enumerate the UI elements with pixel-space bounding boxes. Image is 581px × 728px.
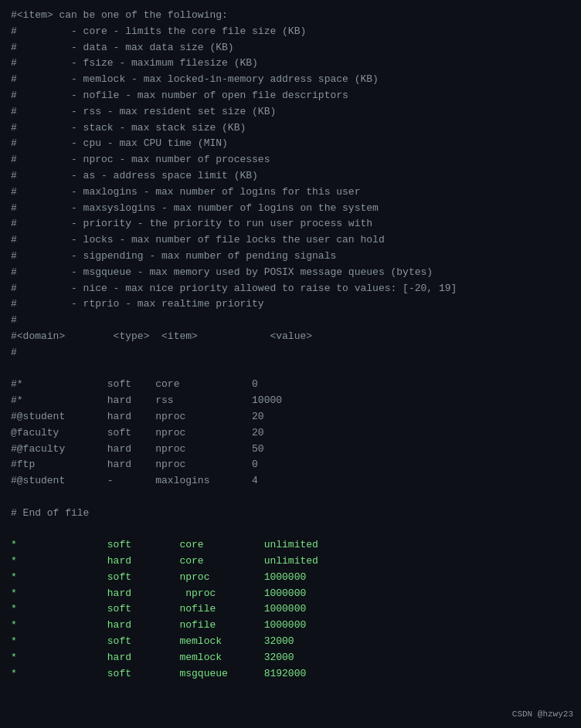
- active-row: * hard memlock 32000: [11, 652, 294, 663]
- commented-row: @faculty soft nproc 20: [11, 427, 264, 438]
- end-of-file: # End of file: [11, 507, 89, 519]
- active-row: * soft nofile 1000000: [11, 603, 306, 615]
- commented-row: #@faculty hard nproc 50: [11, 443, 264, 455]
- comment-line: # - as - address space limit (KB): [11, 170, 258, 181]
- comment-line: #<item> can be one of the following:: [11, 9, 228, 21]
- commented-row: #ftp hard nproc 0: [11, 459, 258, 470]
- comment-line: # - nice - max nice priority allowed to …: [11, 283, 457, 294]
- active-row: * hard core unlimited: [11, 555, 318, 567]
- comment-line: # - core - limits the core file size (KB…: [11, 25, 306, 37]
- watermark-label: CSDN @hzwy23: [512, 708, 573, 722]
- commented-row: #* soft core 0: [11, 378, 258, 390]
- comment-line: #: [11, 314, 17, 326]
- comment-line: #<domain> <type> <item> <value>: [11, 330, 312, 342]
- comment-line: # - locks - max number of file locks the…: [11, 234, 385, 245]
- commented-row: #* hard rss 10000: [11, 394, 282, 406]
- comment-line: # - stack - max stack size (KB): [11, 122, 246, 134]
- comment-line: # - fsize - maximum filesize (KB): [11, 57, 258, 69]
- active-row: * soft msgqueue 8192000: [11, 668, 306, 679]
- comment-line: # - maxsyslogins - max number of logins …: [11, 202, 379, 214]
- commented-row: #@student - maxlogins 4: [11, 475, 258, 486]
- comment-line: #: [11, 347, 17, 358]
- comment-line: # - msgqueue - max memory used by POSIX …: [11, 266, 433, 278]
- active-row: * soft nproc 1000000: [11, 571, 306, 583]
- comment-line: # - nproc - max number of processes: [11, 154, 270, 165]
- comment-line: # - data - max data size (KB): [11, 42, 234, 53]
- comment-line: # - rtprio - max realtime priority: [11, 298, 264, 310]
- commented-row: #@student hard nproc 20: [11, 411, 264, 422]
- active-row: * soft core unlimited: [11, 539, 318, 550]
- comment-line: # - maxlogins - max number of logins for…: [11, 186, 360, 198]
- comment-line: # - nofile - max number of open file des…: [11, 90, 348, 101]
- comment-line: # - priority - the priority to run user …: [11, 218, 372, 229]
- comment-line: # - cpu - max CPU time (MIN): [11, 137, 228, 149]
- comment-line: # - sigpending - max number of pending s…: [11, 250, 336, 262]
- code-block: #<item> can be one of the following: # -…: [11, 8, 570, 682]
- comment-line: # - rss - max resident set size (KB): [11, 106, 276, 117]
- active-row: * hard nproc 1000000: [11, 587, 306, 599]
- active-row: * hard nofile 1000000: [11, 619, 306, 631]
- comment-line: # - memlock - max locked-in-memory addre…: [11, 73, 379, 85]
- active-row: * soft memlock 32000: [11, 635, 294, 647]
